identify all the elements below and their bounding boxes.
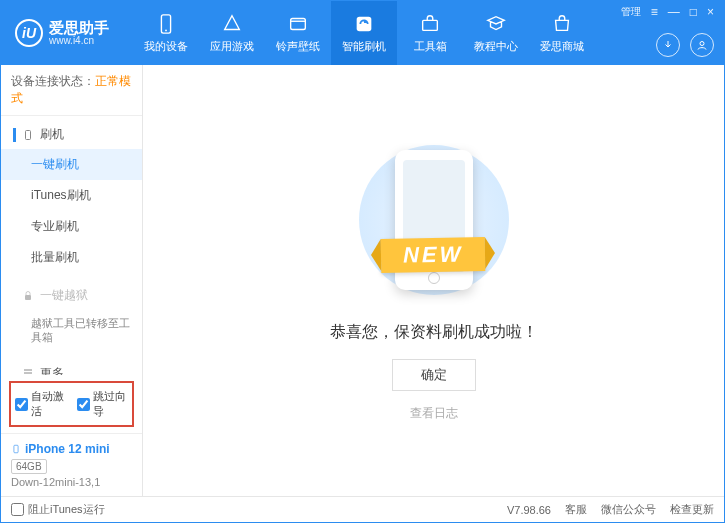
checkbox-input[interactable]: [11, 503, 24, 516]
user-button[interactable]: [690, 33, 714, 57]
storage-badge: 64GB: [11, 459, 47, 474]
logo-block: iU 爱思助手 www.i4.cn: [1, 19, 133, 47]
nav-label: 应用游戏: [210, 39, 254, 54]
top-nav: 我的设备 应用游戏 铃声壁纸 智能刷机 工具箱 教程中心: [133, 1, 595, 65]
success-message: 恭喜您，保资料刷机成功啦！: [330, 322, 538, 343]
brand-name: 爱思助手: [49, 20, 109, 35]
connection-status: 设备连接状态：正常模式: [1, 65, 142, 116]
ok-button[interactable]: 确定: [392, 359, 476, 391]
section-more[interactable]: 更多: [1, 359, 142, 375]
nav-ringtones[interactable]: 铃声壁纸: [265, 1, 331, 65]
brand-url: www.i4.cn: [49, 35, 109, 46]
svg-point-5: [700, 42, 704, 46]
close-icon[interactable]: ×: [707, 5, 714, 19]
nav-smart-flash[interactable]: 智能刷机: [331, 1, 397, 65]
jailbreak-note: 越狱工具已转移至工具箱: [1, 310, 142, 351]
service-link[interactable]: 客服: [565, 502, 587, 517]
nav-toolbox[interactable]: 工具箱: [397, 1, 463, 65]
svg-rect-6: [26, 130, 31, 139]
phone-icon: [11, 442, 21, 456]
checkbox-auto-activate[interactable]: 自动激活: [15, 389, 67, 419]
section-label: 更多: [40, 365, 64, 375]
checkbox-label: 阻止iTunes运行: [28, 502, 105, 517]
header-right: 管理 ≡ — □ ×: [621, 1, 714, 65]
section-jailbreak: 一键越狱: [1, 281, 142, 310]
nav-label: 工具箱: [414, 39, 447, 54]
svg-rect-2: [291, 18, 306, 29]
body: 设备连接状态：正常模式 刷机 一键刷机 iTunes刷机 专业刷机 批量刷机 一…: [1, 65, 724, 496]
options-highlight-box: 自动激活 跳过向导: [9, 381, 134, 427]
list-icon: [22, 367, 34, 375]
footer: 阻止iTunes运行 V7.98.66 客服 微信公众号 检查更新: [1, 496, 724, 522]
window-controls: 管理 ≡ — □ ×: [621, 5, 714, 19]
sidebar-item-onekey-flash[interactable]: 一键刷机: [1, 149, 142, 180]
checkbox-skip-guide[interactable]: 跳过向导: [77, 389, 129, 419]
block-itunes-checkbox[interactable]: 阻止iTunes运行: [11, 502, 105, 517]
section-label: 一键越狱: [40, 287, 88, 304]
nav-label: 智能刷机: [342, 39, 386, 54]
menu-icon[interactable]: ≡: [651, 5, 658, 19]
vip-link[interactable]: 管理: [621, 5, 641, 19]
conn-label: 设备连接状态：: [11, 74, 95, 88]
nav-label: 爱思商城: [540, 39, 584, 54]
wechat-link[interactable]: 微信公众号: [601, 502, 656, 517]
sidebar-item-pro-flash[interactable]: 专业刷机: [1, 211, 142, 242]
device-name: iPhone 12 mini: [11, 442, 132, 456]
view-log-link[interactable]: 查看日志: [410, 405, 458, 422]
logo-icon: iU: [15, 19, 43, 47]
section-label: 刷机: [40, 126, 64, 143]
nav-tutorials[interactable]: 教程中心: [463, 1, 529, 65]
checkbox-input[interactable]: [15, 398, 28, 411]
sidebar-item-batch-flash[interactable]: 批量刷机: [1, 242, 142, 273]
nav-label: 教程中心: [474, 39, 518, 54]
minimize-icon[interactable]: —: [668, 5, 680, 19]
svg-rect-4: [423, 20, 438, 30]
maximize-icon[interactable]: □: [690, 5, 697, 19]
nav-label: 我的设备: [144, 39, 188, 54]
check-update-link[interactable]: 检查更新: [670, 502, 714, 517]
svg-rect-8: [14, 445, 18, 453]
nav-my-device[interactable]: 我的设备: [133, 1, 199, 65]
header: iU 爱思助手 www.i4.cn 我的设备 应用游戏 铃声壁纸 智能刷机: [1, 1, 724, 65]
svg-rect-3: [357, 16, 372, 31]
checkbox-label: 跳过向导: [93, 389, 129, 419]
app-window: iU 爱思助手 www.i4.cn 我的设备 应用游戏 铃声壁纸 智能刷机: [0, 0, 725, 523]
nav-label: 铃声壁纸: [276, 39, 320, 54]
section-flash[interactable]: 刷机: [1, 120, 142, 149]
phone-icon: [22, 129, 34, 141]
success-illustration: NEW: [329, 140, 539, 300]
device-block[interactable]: iPhone 12 mini 64GB Down-12mini-13,1: [1, 433, 142, 496]
lock-icon: [22, 290, 34, 302]
download-button[interactable]: [656, 33, 680, 57]
svg-rect-7: [25, 295, 31, 300]
sidebar: 设备连接状态：正常模式 刷机 一键刷机 iTunes刷机 专业刷机 批量刷机 一…: [1, 65, 143, 496]
nav-apps-games[interactable]: 应用游戏: [199, 1, 265, 65]
checkbox-input[interactable]: [77, 398, 90, 411]
new-ribbon: NEW: [381, 237, 486, 273]
main-panel: NEW 恭喜您，保资料刷机成功啦！ 确定 查看日志: [143, 65, 724, 496]
version-label: V7.98.66: [507, 504, 551, 516]
sidebar-item-itunes-flash[interactable]: iTunes刷机: [1, 180, 142, 211]
svg-point-1: [165, 29, 167, 31]
nav-store[interactable]: 爱思商城: [529, 1, 595, 65]
device-sub: Down-12mini-13,1: [11, 476, 132, 488]
checkbox-label: 自动激活: [31, 389, 67, 419]
